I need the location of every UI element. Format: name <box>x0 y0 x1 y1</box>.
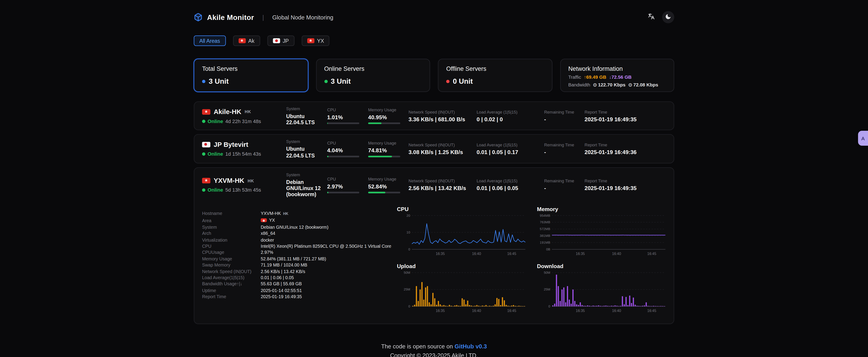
dark-mode-toggle-button[interactable] <box>662 11 674 23</box>
area-value: YX <box>269 217 275 224</box>
traffic-upload-value: ↑69.49 GB <box>584 74 607 80</box>
svg-text:381MB: 381MB <box>540 234 550 238</box>
svg-text:16:45: 16:45 <box>507 252 516 256</box>
svg-text:16:35: 16:35 <box>436 252 445 256</box>
report-time-value: 2025-01-19 16:49:35 <box>260 294 302 300</box>
online-status-dot <box>202 188 206 192</box>
region-badge: HK <box>245 109 251 114</box>
load-average-value: 0 | 0.02 | 0 <box>477 116 544 122</box>
server-name: Akile-HK <box>214 108 241 116</box>
server-row[interactable]: YXVM-HK HK Online 5d 13h 53m 45s SystemD… <box>194 168 674 202</box>
cpu-model-value: Intel(R) Xeon(R) Platinum 8259CL CPU @ 2… <box>260 243 391 249</box>
filter-all-areas[interactable]: All Areas <box>194 35 225 46</box>
stat-value: 0 Unit <box>453 77 473 85</box>
moon-icon <box>665 13 671 22</box>
hk-flag-icon <box>307 38 314 43</box>
server-row[interactable]: Akile-HK HK Online 4d 22h 31m 48s System… <box>194 102 674 130</box>
load-average-value: 0.01 | 0.06 | 0.05 <box>260 275 293 281</box>
system-value: Ubuntu 22.04.5 LTS <box>286 113 323 125</box>
load-average-value: 0.01 | 0.05 | 0.17 <box>477 149 544 155</box>
stat-card-total-servers[interactable]: Total Servers 3 Unit <box>194 59 308 92</box>
region-badge: HK <box>248 178 254 183</box>
svg-text:572MB: 572MB <box>540 227 550 231</box>
stat-card-online-servers[interactable]: Online Servers 3 Unit <box>316 59 430 92</box>
remaining-time-value: - <box>544 149 585 155</box>
memory-value: 52.84% <box>368 183 409 189</box>
app-logo-cube-icon <box>194 13 203 22</box>
filter-label: JP <box>283 38 289 44</box>
filter-jp[interactable]: JP <box>267 35 294 46</box>
title-separator: | <box>262 14 264 20</box>
svg-text:50M: 50M <box>404 271 410 275</box>
svg-text:0: 0 <box>548 305 550 308</box>
cpu-value: 4.04% <box>327 147 368 153</box>
status-label: Online <box>208 151 223 157</box>
language-toggle-button[interactable] <box>645 11 657 23</box>
network-speed-value: 2.56 KB/s | 13.42 KB/s <box>260 269 305 275</box>
bandwidth-usage-value: 55.63 GB | 55.69 GB <box>260 281 302 287</box>
svg-text:20: 20 <box>406 214 410 218</box>
svg-text:16:45: 16:45 <box>507 309 516 313</box>
footer-source-line: The code is open source on GitHub v0.3 <box>194 343 674 351</box>
system-value: Ubuntu 22.04.5 LTS <box>286 146 323 158</box>
stat-value: 3 Unit <box>331 77 350 85</box>
server-list: Akile-HK HK Online 4d 22h 31m 48s System… <box>194 101 674 324</box>
report-time-value: 2025-01-19 16:49:35 <box>585 116 666 122</box>
stat-card-network-information: Network Information Traffic ↑69.49 GB ↓7… <box>560 59 674 92</box>
server-name: JP Bytevirt <box>214 141 248 148</box>
hk-flag-icon <box>260 218 267 222</box>
floating-translate-button[interactable]: A <box>858 131 868 146</box>
footer: The code is open source on GitHub v0.3 C… <box>194 343 674 357</box>
memory-progress <box>368 123 400 124</box>
memory-progress <box>368 191 400 193</box>
footer-copyright: Copyright © 2023-2025 Akile LTD. <box>194 351 674 357</box>
app-name: Akile Monitor <box>207 13 254 22</box>
stat-card-offline-servers[interactable]: Offline Servers 0 Unit <box>438 59 552 92</box>
server-card-yxvm-hk-expanded: YXVM-HK HK Online 5d 13h 53m 45s SystemD… <box>194 167 674 324</box>
filter-label: All Areas <box>199 38 220 44</box>
cpu-progress <box>327 191 359 193</box>
red-dot-icon <box>446 80 450 83</box>
top-bar: Akile Monitor | Global Node Monitoring <box>194 10 674 24</box>
memory-chart: Memory 0B191MB381MB572MB763MB954MB16:351… <box>537 206 667 257</box>
memory-usage-value: 52.84% (381.11 MB / 721.27 MB) <box>260 256 326 262</box>
uptime-value: 2025-01-14 02:55:51 <box>260 287 302 294</box>
stat-cards: Total Servers 3 Unit Online Servers 3 Un… <box>194 59 674 92</box>
traffic-download-value: ↓72.56 GB <box>609 74 632 80</box>
github-link[interactable]: GitHub v0.3 <box>455 343 487 350</box>
hk-flag-icon <box>202 178 211 183</box>
server-card-akile-hk: Akile-HK HK Online 4d 22h 31m 48s System… <box>194 101 674 130</box>
status-label: Online <box>208 187 223 193</box>
viewport: Akile Monitor | Global Node Monitoring <box>0 0 868 357</box>
network-speed-value: 2.56 KB/s | 13.42 KB/s <box>408 185 476 191</box>
filter-ak[interactable]: Ak <box>233 35 260 46</box>
server-row[interactable]: JP Bytevirt Online 1d 15h 54m 43s System… <box>194 135 674 163</box>
remaining-time-value: - <box>544 185 585 191</box>
svg-text:16:45: 16:45 <box>647 252 656 256</box>
stat-title: Network Information <box>568 65 666 72</box>
svg-text:16:40: 16:40 <box>612 309 621 313</box>
region-badge: HK <box>283 211 288 217</box>
filter-yx[interactable]: YX <box>302 35 330 46</box>
stat-title: Total Servers <box>202 65 300 72</box>
svg-text:50M: 50M <box>544 271 550 275</box>
top-actions <box>645 11 674 23</box>
cpu-chart: CPU 0102016:3516:4016:45 <box>397 206 527 257</box>
download-chart: Download 025M50M16:3516:4016:45 <box>537 263 667 314</box>
status-label: Online <box>208 118 223 124</box>
svg-text:0: 0 <box>408 248 410 251</box>
cpu-value: 1.01% <box>327 114 368 120</box>
virtualization-value: docker <box>260 237 274 243</box>
stat-title: Online Servers <box>324 65 422 72</box>
uptime-value: 5d 13h 53m 45s <box>225 187 261 193</box>
green-dot-icon <box>324 80 328 83</box>
area-filters: All Areas Ak JP YX <box>194 35 674 46</box>
svg-text:16:40: 16:40 <box>472 252 481 256</box>
bandwidth-line: Bandwidth ⊙122.70 Kbps ⊙72.08 Kbps <box>568 82 666 87</box>
brand: Akile Monitor | Global Node Monitoring <box>194 13 333 22</box>
network-speed-value: 3.36 KB/s | 681.00 B/s <box>408 116 476 122</box>
svg-text:954MB: 954MB <box>540 214 550 218</box>
svg-text:16:35: 16:35 <box>576 252 585 256</box>
memory-value: 74.81% <box>368 147 409 153</box>
svg-text:763MB: 763MB <box>540 220 550 224</box>
